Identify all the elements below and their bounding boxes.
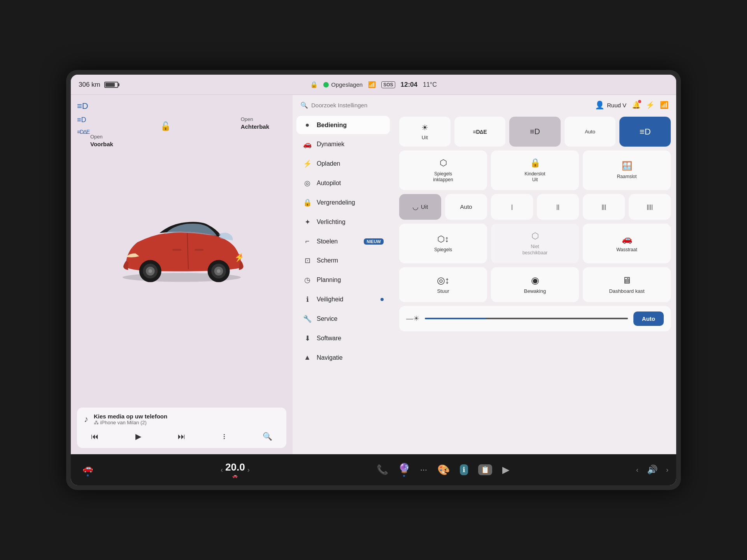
nav-item-planning[interactable]: ◷ Planning xyxy=(296,271,390,289)
nav-item-bediening[interactable]: ● Bediening xyxy=(296,116,390,134)
phone-app-button[interactable]: 📞 xyxy=(374,463,391,477)
nav-item-vergrendeling[interactable]: 🔒 Vergrendeling xyxy=(296,193,390,212)
stuur-icon: ◎↕ xyxy=(437,275,450,286)
nav-item-autopilot[interactable]: ◎ Autopilot xyxy=(296,174,390,192)
raamslot-button[interactable]: 🪟 Raamslot xyxy=(583,150,671,190)
nav-item-scherm[interactable]: ⊡ Scherm xyxy=(296,251,390,270)
nav-item-stoelen[interactable]: ⌐ Stoelen NIEUW xyxy=(296,232,390,250)
wiper-2-button[interactable]: || xyxy=(537,194,579,220)
brightness-row: —☀ Auto xyxy=(399,306,671,331)
bewaking-label: Bewaking xyxy=(524,288,546,294)
svg-rect-10 xyxy=(172,249,181,251)
nav-icon-dynamiek: 🚗 xyxy=(303,140,312,149)
notification-wrapper: 🔔 xyxy=(632,101,640,109)
bluetooth-icon[interactable]: ⚡ xyxy=(646,101,654,109)
sos-badge: SOS xyxy=(381,81,395,88)
kinderslot-button[interactable]: 🔒 KinderslotUit xyxy=(491,150,579,190)
user-info[interactable]: 👤 Ruud V xyxy=(595,100,626,110)
niet-beschikbaar-button[interactable]: ⬡ Nietbeschikbaar xyxy=(491,224,579,263)
nav-item-software[interactable]: ⬇ Software xyxy=(296,329,390,348)
lights-uit-button[interactable]: ☀ Uit xyxy=(399,117,451,147)
stuur-label: Stuur xyxy=(437,288,449,294)
cards-button[interactable]: 📋 xyxy=(475,463,495,477)
wiper-4-button[interactable]: |||| xyxy=(629,194,671,220)
svg-point-5 xyxy=(149,269,153,273)
colors-icon: 🎨 xyxy=(437,464,450,476)
stuur-button[interactable]: ◎↕ Stuur xyxy=(399,267,487,302)
nav-label-planning: Planning xyxy=(317,276,384,284)
media-eq-button[interactable]: ⫶ xyxy=(219,430,229,443)
wifi-status-icon[interactable]: 📶 xyxy=(660,101,668,109)
spiegels-inklappen-label: Spiegelsinklappen xyxy=(433,171,453,183)
wiper-uit-button[interactable]: ◡ Uit xyxy=(399,194,441,220)
colors-button[interactable]: 🎨 xyxy=(434,462,453,478)
nav-icon-autopilot: ◎ xyxy=(303,179,312,187)
media-play-taskbar-button[interactable]: ▶ xyxy=(499,463,512,477)
brightness-auto-button[interactable]: Auto xyxy=(633,312,664,326)
mirrors-row: ⬡ Spiegelsinklappen 🔒 KinderslotUit 🪟 Ra… xyxy=(399,150,671,190)
wiper-1-button[interactable]: | xyxy=(491,194,533,220)
media-search-button[interactable]: 🔍 xyxy=(260,430,275,443)
media-prev-button[interactable]: ⏮ xyxy=(88,430,102,443)
nav-item-opladen[interactable]: ⚡ Opladen xyxy=(296,154,390,173)
brightness-icon: —☀ xyxy=(406,314,419,323)
spiegels-label: Spiegels xyxy=(434,247,452,253)
volume-button[interactable]: 🔊 xyxy=(643,462,661,477)
nav-label-software: Software xyxy=(317,335,384,342)
nav-icon-scherm: ⊡ xyxy=(303,256,312,265)
search-wrapper[interactable]: 🔍 xyxy=(300,102,590,109)
taskbar-car-button[interactable]: 🚗 xyxy=(79,461,97,479)
spiegels-button[interactable]: ⬡↕ Spiegels xyxy=(399,224,487,263)
nav-item-service[interactable]: 🔧 Service xyxy=(296,310,390,328)
dashboard-kast-button[interactable]: 🖥 Dashboard kast xyxy=(583,267,671,302)
nav-icon-software: ⬇ xyxy=(303,334,312,343)
nav-label-scherm: Scherm xyxy=(317,257,384,264)
taskbar-left: 🚗 xyxy=(79,461,97,479)
lights-auto-button[interactable]: Auto xyxy=(565,117,616,147)
wasstraat-button[interactable]: 🚗 Wasstraat xyxy=(583,224,671,263)
nav-icon-bediening: ● xyxy=(303,121,312,129)
nav-item-dynamiek[interactable]: 🚗 Dynamiek xyxy=(296,135,390,154)
lights-row: ☀ Uit ≡D∆E ≡D Auto xyxy=(399,117,671,147)
niet-beschikbaar-icon: ⬡ xyxy=(531,231,539,242)
media-play-button[interactable]: ▶ xyxy=(132,430,144,443)
bewaking-button[interactable]: ◉ Bewaking xyxy=(491,267,579,302)
saved-status: Opgeslagen xyxy=(323,81,363,88)
speed-increase-button[interactable]: › xyxy=(247,466,250,474)
nav-item-navigatie[interactable]: ▲ Navigatie xyxy=(296,348,390,367)
lights-active-button[interactable]: ≡D xyxy=(619,117,671,147)
spiegels-inklappen-icon: ⬡ xyxy=(440,158,447,169)
wiper-3-button[interactable]: ||| xyxy=(583,194,625,220)
status-time: 12:04 xyxy=(401,81,417,89)
trunk-lock-icon: 🔓 xyxy=(160,121,171,131)
speed-display: 20.0 🚗 xyxy=(225,461,245,478)
wiper-auto-button[interactable]: Auto xyxy=(445,194,487,220)
notification-dot xyxy=(638,100,641,103)
wasstraat-label: Wasstraat xyxy=(616,247,637,253)
search-input[interactable] xyxy=(311,102,590,108)
info-button[interactable]: ℹ xyxy=(457,463,471,477)
wiper-2-label: || xyxy=(556,203,559,210)
brightness-slider[interactable] xyxy=(425,318,628,319)
open-voorbak-label[interactable]: Open Voorbak xyxy=(90,134,113,148)
taskbar: 🚗 ‹ 20.0 🚗 › 📞 🔮 xyxy=(71,454,676,485)
spiegels-inklappen-button[interactable]: ⬡ Spiegelsinklappen xyxy=(399,150,487,190)
lights-uit-label: Uit xyxy=(422,135,428,140)
lights-d-button[interactable]: ≡D xyxy=(509,117,561,147)
svg-point-9 xyxy=(217,269,221,273)
apps-button[interactable]: ··· xyxy=(417,463,430,476)
dashboard-kast-icon: 🖥 xyxy=(622,275,631,286)
veiligheid-dot xyxy=(381,298,384,301)
open-achterbak-label[interactable]: Open Achterbak xyxy=(241,116,269,130)
lights-edge-button[interactable]: ≡D∆E xyxy=(454,117,506,147)
volume-right-arrow[interactable]: › xyxy=(666,466,668,474)
nav-label-opladen: Opladen xyxy=(317,160,384,167)
nav-item-verlichting[interactable]: ✦ Verlichting xyxy=(296,213,390,231)
controls-panel: ☀ Uit ≡D∆E ≡D Auto xyxy=(394,113,676,454)
nav-item-veiligheid[interactable]: ℹ Veiligheid xyxy=(296,290,390,309)
speed-decrease-button[interactable]: ‹ xyxy=(221,466,223,474)
camera-app-button[interactable]: 🔮 xyxy=(395,461,413,478)
volume-left-arrow[interactable]: ‹ xyxy=(636,466,638,474)
music-note-icon: ♪ xyxy=(84,414,88,424)
media-next-button[interactable]: ⏭ xyxy=(175,430,189,443)
